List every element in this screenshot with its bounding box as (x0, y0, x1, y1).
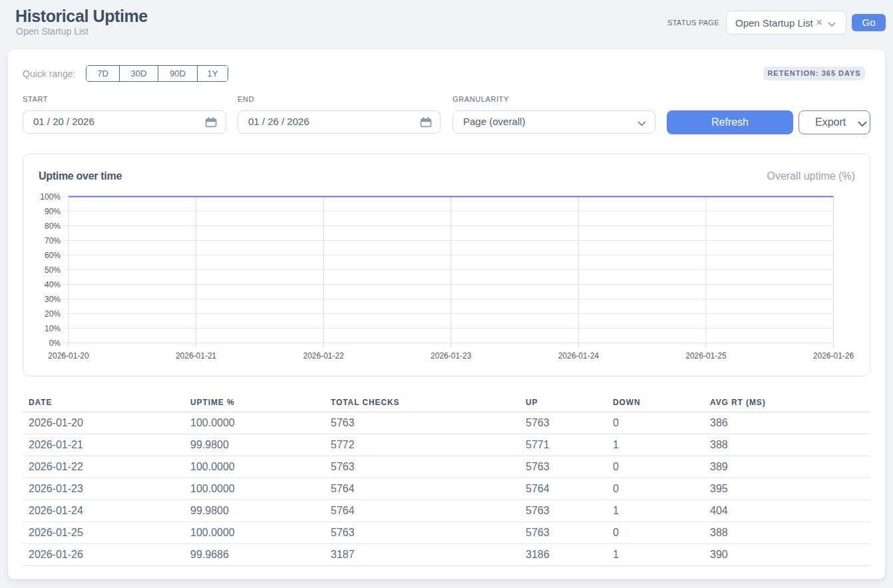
svg-text:50%: 50% (45, 265, 61, 275)
svg-text:20%: 20% (45, 309, 61, 319)
svg-text:2026-01-22: 2026-01-22 (303, 351, 344, 361)
svg-text:10%: 10% (45, 324, 61, 333)
svg-text:70%: 70% (45, 236, 61, 245)
svg-text:60%: 60% (45, 251, 61, 260)
svg-text:40%: 40% (45, 280, 61, 289)
svg-text:2026-01-25: 2026-01-25 (685, 351, 727, 361)
svg-text:2026-01-26: 2026-01-26 (813, 351, 854, 361)
svg-text:100%: 100% (40, 192, 61, 202)
svg-text:2026-01-23: 2026-01-23 (431, 351, 472, 361)
svg-text:30%: 30% (45, 295, 61, 304)
svg-text:90%: 90% (45, 207, 61, 216)
svg-text:80%: 80% (45, 221, 61, 231)
svg-text:2026-01-20: 2026-01-20 (48, 351, 89, 361)
svg-text:0%: 0% (49, 339, 61, 348)
svg-text:2026-01-24: 2026-01-24 (558, 351, 600, 361)
svg-text:2026-01-21: 2026-01-21 (176, 351, 217, 361)
